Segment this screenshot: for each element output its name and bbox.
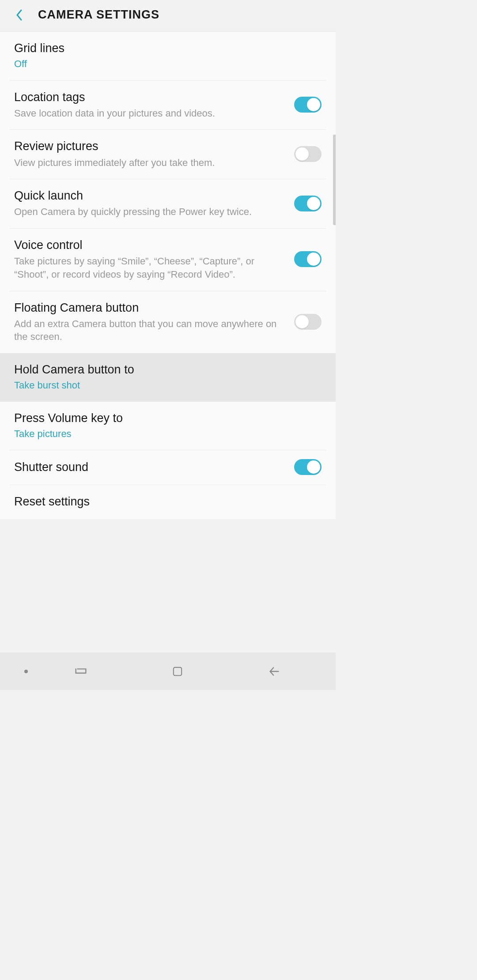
settings-list: Grid lines Off Location tags Save locati…: [0, 31, 336, 519]
item-text: Floating Camera button Add an extra Came…: [14, 300, 294, 343]
item-value: Off: [14, 58, 313, 71]
setting-floating-camera-button[interactable]: Floating Camera button Add an extra Came…: [10, 291, 326, 353]
item-title: Voice control: [14, 237, 285, 253]
item-subtitle: Add an extra Camera button that you can …: [14, 317, 285, 343]
item-subtitle: Open Camera by quickly pressing the Powe…: [14, 205, 285, 219]
item-subtitle: Take pictures by saying “Smile”, “Cheese…: [14, 255, 285, 281]
item-title: Review pictures: [14, 139, 285, 154]
item-title: Quick launch: [14, 188, 285, 204]
back-nav-button[interactable]: [266, 663, 282, 679]
toggle-floating-camera-button[interactable]: [294, 314, 322, 330]
chevron-left-icon: [15, 9, 23, 21]
item-title: Reset settings: [14, 494, 313, 509]
item-text: Shutter sound: [14, 460, 294, 475]
item-text: Grid lines Off: [14, 41, 322, 71]
item-value: Take pictures: [14, 428, 313, 441]
setting-grid-lines[interactable]: Grid lines Off: [10, 32, 326, 81]
setting-review-pictures[interactable]: Review pictures View pictures immediatel…: [10, 130, 326, 179]
setting-quick-launch[interactable]: Quick launch Open Camera by quickly pres…: [10, 179, 326, 229]
setting-shutter-sound[interactable]: Shutter sound: [10, 450, 326, 485]
svg-rect-0: [173, 667, 181, 675]
toggle-voice-control[interactable]: [294, 251, 322, 267]
recents-icon: [73, 664, 88, 679]
item-text: Review pictures View pictures immediatel…: [14, 139, 294, 169]
back-arrow-icon: [267, 664, 282, 679]
back-button[interactable]: [13, 9, 25, 21]
item-title: Press Volume key to: [14, 411, 313, 426]
app-header: CAMERA SETTINGS: [0, 0, 336, 31]
nav-indicator-dot: [24, 670, 28, 673]
setting-location-tags[interactable]: Location tags Save location data in your…: [10, 81, 326, 130]
toggle-quick-launch[interactable]: [294, 196, 322, 211]
toggle-shutter-sound[interactable]: [294, 459, 322, 475]
navigation-bar: [0, 652, 336, 690]
item-value: Take burst shot: [14, 379, 313, 392]
item-text: Location tags Save location data in your…: [14, 90, 294, 120]
nav-buttons: [28, 663, 336, 679]
setting-reset-settings[interactable]: Reset settings: [10, 485, 326, 519]
setting-voice-control[interactable]: Voice control Take pictures by saying “S…: [10, 229, 326, 291]
item-subtitle: Save location data in your pictures and …: [14, 107, 285, 120]
item-title: Location tags: [14, 90, 285, 105]
recents-button[interactable]: [73, 663, 89, 679]
setting-hold-camera-button[interactable]: Hold Camera button to Take burst shot: [0, 353, 336, 402]
home-button[interactable]: [170, 663, 186, 679]
item-title: Hold Camera button to: [14, 362, 313, 377]
item-text: Press Volume key to Take pictures: [14, 411, 322, 441]
item-title: Shutter sound: [14, 460, 285, 475]
scrollbar[interactable]: [333, 135, 336, 225]
item-text: Quick launch Open Camera by quickly pres…: [14, 188, 294, 219]
toggle-review-pictures[interactable]: [294, 146, 322, 162]
page-title: CAMERA SETTINGS: [38, 8, 159, 22]
item-title: Floating Camera button: [14, 300, 285, 316]
item-title: Grid lines: [14, 41, 313, 56]
home-icon: [171, 665, 184, 678]
item-text: Voice control Take pictures by saying “S…: [14, 237, 294, 281]
toggle-location-tags[interactable]: [294, 97, 322, 113]
item-text: Hold Camera button to Take burst shot: [14, 362, 322, 392]
item-text: Reset settings: [14, 494, 322, 509]
setting-press-volume-key[interactable]: Press Volume key to Take pictures: [10, 402, 326, 451]
item-subtitle: View pictures immediately after you take…: [14, 156, 285, 170]
